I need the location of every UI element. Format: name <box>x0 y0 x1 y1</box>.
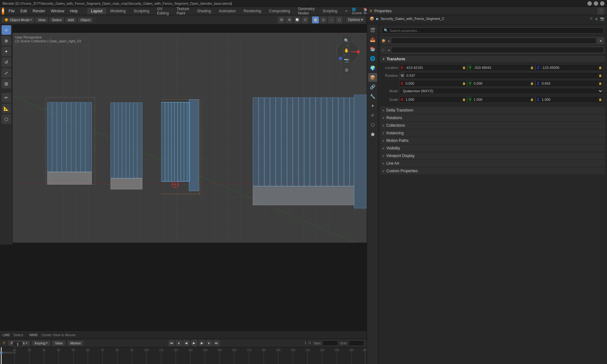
prop-output-icon[interactable]: 📤 <box>368 35 377 44</box>
end-frame-input[interactable]: 250 <box>348 340 364 346</box>
viewport-display-section[interactable]: ▸ Viewport Display <box>380 152 605 159</box>
prop-object-icon[interactable]: 📦 <box>368 73 377 82</box>
item-eye[interactable]: 👁 <box>590 17 593 21</box>
rotation-mode-select[interactable]: Quaternion (WXYZ) <box>399 88 603 94</box>
visibility-section[interactable]: ▸ Visibility <box>380 145 605 152</box>
object-menu-btn[interactable]: ▾ <box>598 38 604 44</box>
select-menu[interactable]: Select <box>49 17 64 22</box>
prop-particle-icon[interactable]: ✦ <box>368 101 377 110</box>
shading-solid[interactable]: ⬤ <box>312 16 319 23</box>
collection-item-text[interactable]: Security_Gates_with_Fence_Segment_C <box>381 17 445 21</box>
view-menu[interactable]: View <box>35 17 48 22</box>
maximize-btn[interactable] <box>594 1 598 6</box>
marker-menu[interactable]: Marker <box>68 341 83 346</box>
options-toggle[interactable]: ⋮ <box>598 8 604 15</box>
tab-scripting[interactable]: Scripting <box>319 8 341 14</box>
grid-icon[interactable]: ⊞ <box>342 65 351 74</box>
current-frame-badge[interactable]: 1 <box>13 341 23 347</box>
delta-transform-section[interactable]: ▸ Delta Transform <box>380 107 605 114</box>
next-keyframe-btn[interactable]: ▶ <box>199 340 205 346</box>
rotate-tool[interactable]: ↺ <box>2 58 11 67</box>
object-name-input[interactable]: Gate_open_right_03 <box>391 38 596 44</box>
timeline-strip[interactable]: 10 20 30 40 50 60 70 80 90 100 <box>0 347 367 358</box>
loc-z-field[interactable]: Z -115.45000 🔒 <box>536 64 603 71</box>
scale-y-lock[interactable]: 🔒 <box>529 98 535 101</box>
rot-y-field[interactable]: Y 0.000 🔒 <box>468 80 535 87</box>
add-tool[interactable]: ⬡ <box>2 114 11 124</box>
scene-collection-item[interactable]: ▶ <box>376 17 379 21</box>
tab-rendering[interactable]: Rendering <box>240 8 265 14</box>
scale-z-field[interactable]: Z 1.000 🔒 <box>536 96 603 103</box>
menu-help[interactable]: Help <box>67 8 80 14</box>
object-menu[interactable]: Object <box>78 17 93 22</box>
minimize-btn[interactable] <box>587 1 592 6</box>
transform-tool[interactable]: ⊞ <box>2 79 11 88</box>
jump-end-btn[interactable]: ⏭ <box>213 340 220 346</box>
snap-icon[interactable]: 🔲 <box>294 16 301 23</box>
rot-z-field[interactable]: Z 0.843 🔒 <box>536 80 603 87</box>
tab-shading[interactable]: Shading <box>193 8 215 14</box>
keying-menu[interactable]: Keying ▾ <box>32 341 50 346</box>
prop-view-layer-icon[interactable]: 📚 <box>368 45 377 53</box>
scale-z-lock[interactable]: 🔒 <box>598 98 603 101</box>
rot-z-lock[interactable]: 🔒 <box>598 82 603 85</box>
menu-file[interactable]: File <box>6 8 17 14</box>
loc-x-field[interactable]: X -413.42191 🔒 <box>399 64 467 71</box>
transform-header[interactable]: ▼ Transform <box>380 56 605 62</box>
item-select[interactable]: ◉ <box>595 17 598 21</box>
item-render[interactable]: 📷 <box>600 17 604 21</box>
object-mode-dropdown[interactable]: 🔶 Object Mode ▾ <box>2 17 34 22</box>
tab-compositing[interactable]: Compositing <box>265 8 294 14</box>
blender-logo[interactable]: B <box>2 8 4 15</box>
hand-icon[interactable]: ✋ <box>342 46 351 55</box>
cursor-tool[interactable]: ⊕ <box>2 36 11 46</box>
prop-modifier-icon[interactable]: 🔧 <box>368 92 377 101</box>
rot-x-lock[interactable]: 🔒 <box>461 82 467 85</box>
proportional-icon[interactable]: ⊙ <box>302 16 309 23</box>
tab-layout[interactable]: Layout <box>87 8 106 14</box>
prop-constraint-icon[interactable]: 🔗 <box>368 82 377 91</box>
motion-paths-section[interactable]: ▸ Motion Paths <box>380 137 605 144</box>
close-btn[interactable] <box>600 1 604 6</box>
tab-sculpting[interactable]: Sculpting <box>130 8 153 14</box>
shading-rendered[interactable]: ○ <box>328 16 335 23</box>
scale-tool[interactable]: ⤢ <box>2 68 11 78</box>
options-btn[interactable]: Options ▾ <box>346 17 365 22</box>
scale-x-field[interactable]: X 1.000 🔒 <box>399 96 467 103</box>
prop-material-icon[interactable]: ⬟ <box>368 130 377 139</box>
loc-x-lock[interactable]: 🔒 <box>461 66 467 69</box>
shading-material[interactable]: ◎ <box>320 16 327 23</box>
menu-render[interactable]: Render <box>30 8 47 14</box>
camera-view-icon[interactable]: 📷 <box>342 56 351 64</box>
prop-render-icon[interactable]: 🎬 <box>368 26 377 34</box>
prop-world-icon[interactable]: 🌍 <box>368 64 377 72</box>
move-tool[interactable]: ✦ <box>2 47 11 56</box>
mesh-name-input[interactable]: Gate_open_right_03 <box>391 47 604 53</box>
prop-mesh-icon[interactable]: ⬡ <box>368 120 377 129</box>
menu-edit[interactable]: Edit <box>18 8 30 14</box>
line-art-section[interactable]: ▸ Line Art <box>380 160 605 167</box>
prop-scene-icon[interactable]: 🌐 <box>368 54 377 63</box>
tab-animation[interactable]: Animation <box>215 8 239 14</box>
viewport-overlay-icon[interactable]: ⊞ <box>278 16 285 23</box>
loc-y-field[interactable]: Y -310.49042 🔒 <box>468 64 535 71</box>
viewport-3d[interactable]: User Perspective (1) Scene Collection | … <box>13 33 367 243</box>
collections-section[interactable]: ▸ Collections <box>380 122 605 129</box>
relations-section[interactable]: ▸ Relations <box>380 114 605 121</box>
window-controls[interactable] <box>587 1 604 6</box>
rot-w-lock[interactable]: 🔒 <box>598 74 603 77</box>
scale-x-lock[interactable]: 🔒 <box>461 98 467 101</box>
jump-start-btn[interactable]: ⏮ <box>169 340 175 346</box>
scale-y-field[interactable]: Y 1.000 🔒 <box>468 96 535 103</box>
annotate-tool[interactable]: ✏ <box>2 93 11 102</box>
prev-frame-btn[interactable]: ⏴ <box>176 340 182 346</box>
instancing-section[interactable]: ▸ Instancing <box>380 130 605 136</box>
tab-add[interactable]: + <box>341 8 351 14</box>
prop-physics-icon[interactable]: ⚛ <box>368 111 377 120</box>
loc-y-lock[interactable]: 🔒 <box>529 66 535 69</box>
view-menu-timeline[interactable]: View <box>52 341 65 346</box>
rot-w-field[interactable]: W 0.537 🔒 <box>399 72 603 79</box>
tab-modeling[interactable]: Modeling <box>107 8 130 14</box>
menu-window[interactable]: Window <box>48 8 67 14</box>
rot-x-field[interactable]: X 0.000 🔒 <box>399 80 467 87</box>
